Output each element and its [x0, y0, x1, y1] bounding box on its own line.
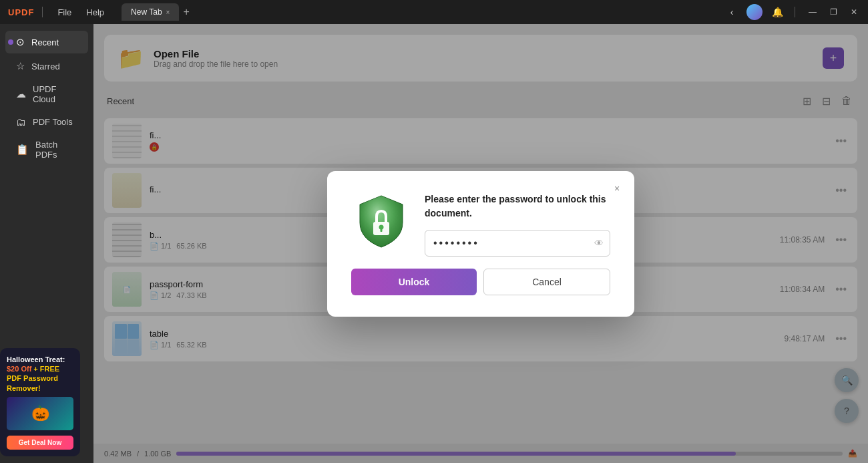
dialog-title: Please enter the password to unlock this… — [425, 192, 610, 220]
new-tab[interactable]: New Tab × — [122, 3, 179, 21]
divider2 — [795, 7, 795, 17]
file-menu[interactable]: File — [51, 5, 78, 20]
shield-icon-wrap — [351, 192, 411, 253]
promo-banner: Halloween Treat: $20 Off + FREE PDF Pass… — [0, 348, 80, 456]
maximize-button[interactable]: ❐ — [827, 7, 840, 17]
recent-icon: ⊙ — [16, 36, 25, 48]
tab-label: New Tab — [131, 7, 162, 17]
titlebar-controls: ‹ 🔔 — ❐ ✕ — [725, 4, 860, 20]
password-input[interactable] — [425, 230, 610, 257]
close-button[interactable]: ✕ — [848, 7, 860, 17]
modal-overlay: × — [93, 24, 868, 463]
sidebar-label-recent: Recent — [31, 37, 59, 47]
unlock-button[interactable]: Unlock — [351, 269, 477, 295]
notifications-icon[interactable]: 🔔 — [771, 7, 784, 17]
titlebar: UPDF File Help New Tab × + ‹ 🔔 — ❐ ✕ — [0, 0, 868, 24]
dialog-content: Please enter the password to unlock this… — [425, 192, 610, 257]
password-wrap: 👁 — [425, 230, 610, 257]
dialog-actions: Unlock Cancel — [351, 269, 610, 295]
tools-icon: 🗂 — [16, 116, 26, 128]
promo-discount: $20 Off — [7, 365, 31, 373]
avatar[interactable] — [746, 4, 763, 20]
promo-image: 🎃 — [7, 397, 73, 430]
star-icon: ☆ — [16, 60, 25, 72]
promo-title: Halloween Treat: $20 Off + FREE PDF Pass… — [7, 355, 73, 393]
app-logo: UPDF — [8, 7, 34, 17]
batch-icon: 📋 — [16, 144, 29, 156]
add-tab-button[interactable]: + — [179, 6, 193, 18]
main-layout: ⊙ Recent ☆ Starred ☁ UPDF Cloud 🗂 PDF To… — [0, 24, 868, 463]
sidebar-item-pdf-tools[interactable]: 🗂 PDF Tools — [5, 111, 88, 133]
menu-bar: File Help — [51, 5, 111, 20]
minimize-button[interactable]: — — [806, 7, 819, 17]
active-indicator — [8, 39, 13, 45]
help-menu[interactable]: Help — [79, 5, 111, 20]
shield-icon — [355, 192, 408, 253]
sidebar-label-cloud: UPDF Cloud — [33, 84, 77, 104]
sidebar-item-starred[interactable]: ☆ Starred — [5, 55, 88, 78]
content-area: 📁 Open File Drag and drop the file here … — [93, 24, 868, 463]
dialog-body: Please enter the password to unlock this… — [351, 192, 610, 257]
sidebar-label-batch: Batch PDFs — [35, 140, 77, 160]
tab-bar: New Tab × + — [122, 3, 720, 21]
tab-close-icon[interactable]: × — [166, 9, 170, 16]
cancel-button[interactable]: Cancel — [483, 269, 610, 295]
sidebar-item-recent[interactable]: ⊙ Recent — [5, 31, 88, 53]
cloud-icon: ☁ — [16, 88, 26, 100]
sidebar-item-batch[interactable]: 📋 Batch PDFs — [5, 134, 88, 165]
divider — [42, 7, 43, 17]
password-dialog: × — [327, 171, 634, 317]
sidebar: ⊙ Recent ☆ Starred ☁ UPDF Cloud 🗂 PDF To… — [0, 24, 93, 463]
sidebar-item-cloud[interactable]: ☁ UPDF Cloud — [5, 79, 88, 110]
promo-button[interactable]: Get Deal Now — [7, 436, 73, 450]
svg-rect-2 — [381, 228, 383, 232]
sidebar-label-starred: Starred — [31, 61, 60, 71]
eye-toggle-icon[interactable]: 👁 — [594, 238, 604, 249]
back-icon[interactable]: ‹ — [725, 7, 738, 17]
dialog-close-button[interactable]: × — [609, 180, 625, 196]
sidebar-label-tools: PDF Tools — [33, 117, 73, 127]
